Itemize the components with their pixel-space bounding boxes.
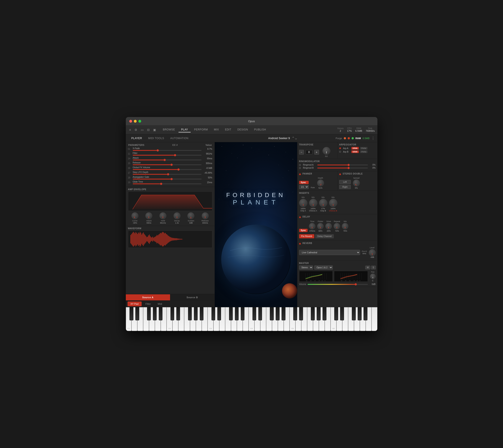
hamburger-icon[interactable]: ≡ <box>128 127 132 133</box>
black-key[interactable] <box>176 307 180 320</box>
tab-play[interactable]: PLAY <box>178 127 191 133</box>
arp-a-power[interactable] <box>339 147 341 149</box>
black-key[interactable] <box>363 307 367 320</box>
purge-dot-1[interactable] <box>344 137 346 139</box>
black-key[interactable] <box>358 307 362 320</box>
purge-dot-3[interactable] <box>352 137 354 139</box>
black-key[interactable] <box>129 307 133 320</box>
black-key[interactable] <box>159 307 163 320</box>
master-stereo-select[interactable]: Stereo <box>299 265 313 270</box>
black-key[interactable] <box>135 307 139 320</box>
black-key[interactable] <box>229 307 233 320</box>
master-m-btn[interactable]: M <box>365 266 370 269</box>
black-key[interactable] <box>153 307 157 320</box>
sub-tab-player[interactable]: PLAYER <box>128 136 145 141</box>
black-key[interactable] <box>252 307 256 320</box>
panel-icon-2[interactable]: ⊟ <box>146 127 151 133</box>
black-key[interactable] <box>340 307 344 320</box>
black-key[interactable] <box>211 307 215 320</box>
black-key[interactable] <box>171 307 174 320</box>
maximize-button[interactable] <box>138 120 141 123</box>
sub-tab-midi[interactable]: MIDI TOOLS <box>145 136 167 141</box>
panel-icon-3[interactable]: ▣ <box>152 127 157 133</box>
black-key[interactable] <box>293 307 297 320</box>
ringmod-a-slider[interactable] <box>317 165 368 166</box>
svg-rect-30 <box>156 236 156 242</box>
black-key[interactable] <box>200 307 204 320</box>
transpose-minus[interactable]: − <box>299 150 304 154</box>
black-key[interactable] <box>194 307 198 320</box>
ringmod-b-power[interactable] <box>299 167 301 169</box>
transpose-value[interactable]: 0 <box>306 150 313 154</box>
source-a-button[interactable]: Source A <box>126 294 170 300</box>
black-key[interactable] <box>241 307 245 320</box>
tab-browse[interactable]: BROWSE <box>160 127 178 133</box>
stereo-right-btn[interactable]: Right <box>339 185 351 189</box>
tab-perform[interactable]: PERFORM <box>191 127 211 133</box>
svg-rect-49 <box>172 238 173 241</box>
stereo-power[interactable] <box>339 173 341 175</box>
sub-tab-automation[interactable]: AUTOMATION <box>167 136 191 141</box>
delay-channel-btn[interactable]: Delay Channel <box>315 234 334 238</box>
tab-mix[interactable]: MIX <box>211 127 221 133</box>
gear-icon[interactable]: ⚙ <box>134 127 138 133</box>
xy-pad-tab[interactable]: XY Pad <box>127 301 142 306</box>
source-b-button[interactable]: Source B <box>170 294 215 300</box>
tab-edit[interactable]: EDIT <box>222 127 234 133</box>
reverb-preset-select[interactable]: Live Cathedral <box>299 250 360 255</box>
delay-sync-btn[interactable]: Sync <box>299 229 308 232</box>
white-key[interactable] <box>372 307 377 331</box>
tab-design[interactable]: DESIGN <box>235 127 251 133</box>
panner-sync-btn[interactable]: Sync <box>299 181 309 184</box>
purge-dot-2[interactable] <box>348 137 350 139</box>
black-key[interactable] <box>235 307 239 320</box>
master-volume-slider[interactable] <box>308 284 368 285</box>
arp-a-porta[interactable]: Porta <box>360 147 367 149</box>
delay-power[interactable] <box>299 216 301 218</box>
master-pan-knob[interactable] <box>370 273 376 279</box>
black-key[interactable] <box>217 307 221 320</box>
master-output-select[interactable]: Opus 1 & 2 <box>314 265 333 270</box>
black-key[interactable] <box>147 307 151 320</box>
black-key[interactable] <box>323 307 327 320</box>
arp-a-glide[interactable]: Glide <box>351 147 359 149</box>
black-key[interactable] <box>334 307 338 320</box>
ringmod-a-power[interactable] <box>299 164 301 166</box>
pre-reverb-btn[interactable]: Pre Reverb <box>299 234 314 238</box>
arp-b-glide[interactable]: Glide <box>351 150 359 153</box>
arp-b-power[interactable] <box>339 151 341 153</box>
black-key[interactable] <box>188 307 192 320</box>
stereo-spread-knob[interactable] <box>353 180 360 186</box>
preset-arrows[interactable]: ⌃⌄ <box>292 136 297 140</box>
master-s-btn[interactable]: S <box>371 266 376 269</box>
black-key[interactable] <box>299 307 303 320</box>
black-key[interactable] <box>317 307 321 320</box>
panner-depth-knob[interactable] <box>317 180 324 186</box>
black-key[interactable] <box>311 307 315 320</box>
black-key[interactable] <box>270 307 274 320</box>
arp-b-porta[interactable]: Porta <box>360 150 367 153</box>
midi-tab[interactable]: Midi <box>155 301 165 306</box>
close-button[interactable] <box>129 120 132 123</box>
context-menu-button[interactable]: ⋮ <box>371 136 375 140</box>
panel-icon-1[interactable]: ▭ <box>140 127 144 133</box>
reverb-power[interactable] <box>299 243 301 245</box>
minimize-button[interactable] <box>134 120 137 123</box>
black-key[interactable] <box>352 307 356 320</box>
panner-rate-select[interactable]: 1/1 <box>299 185 309 189</box>
stereo-left-btn[interactable]: Left <box>339 180 351 184</box>
transpose-title: TRANSPOSE <box>299 144 336 146</box>
svg-rect-9 <box>138 232 139 246</box>
transpose-plus[interactable]: + <box>314 150 319 154</box>
ringmod-b-slider[interactable] <box>317 167 368 168</box>
filter-tab[interactable]: Filter <box>142 301 154 306</box>
transpose-knob[interactable] <box>323 147 330 155</box>
reverb-level-knob[interactable] <box>369 249 376 256</box>
black-key[interactable] <box>258 307 262 320</box>
panner-power[interactable] <box>299 173 301 175</box>
black-key[interactable] <box>282 307 285 320</box>
svg-rect-57 <box>178 239 179 240</box>
black-key[interactable] <box>276 307 280 320</box>
tab-publish[interactable]: PUBLISH <box>252 127 269 133</box>
nav-tabs: BROWSE PLAY PERFORM MIX EDIT DESIGN PUBL… <box>160 127 337 133</box>
